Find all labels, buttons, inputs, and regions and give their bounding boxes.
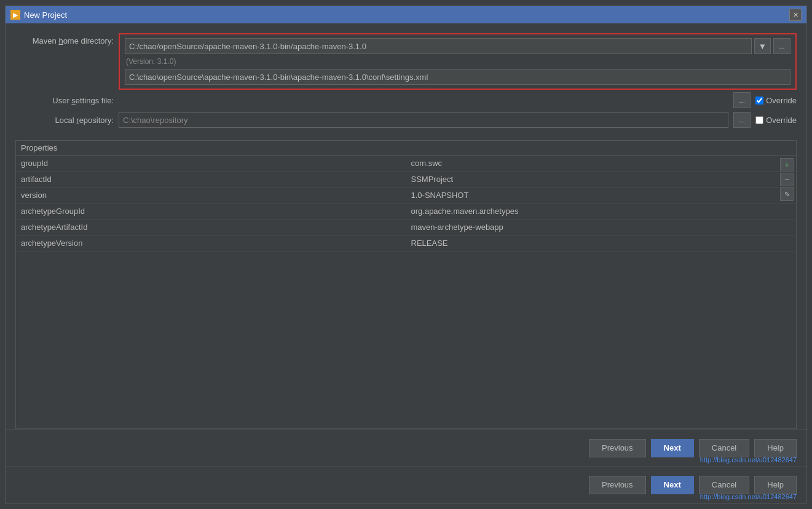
table-row: version1.0-SNAPSHOT	[16, 187, 796, 203]
prop-value: RELEASE	[406, 239, 797, 248]
maven-home-input[interactable]	[125, 38, 752, 54]
table-row: archetypeVersionRELEASE	[16, 235, 796, 251]
local-repo-input[interactable]	[119, 112, 728, 128]
properties-table: groupIdcom.swcartifactIdSSMProjectversio…	[16, 156, 796, 428]
dialog: ▶ New Project ✕ Maven home directory:▼..…	[5, 6, 807, 503]
help-button[interactable]: Help	[754, 476, 797, 494]
previous-button[interactable]: Previous	[589, 476, 646, 494]
table-row: groupIdcom.swc	[16, 156, 796, 172]
footer-link: http://blog.csdn.net/u012482647	[700, 456, 797, 464]
prop-key: artifactId	[16, 175, 406, 184]
prop-key: groupId	[16, 159, 406, 168]
add-property-button[interactable]: +	[780, 158, 794, 172]
help-button[interactable]: Help	[754, 439, 797, 457]
properties-section: PropertiesgroupIdcom.swcartifactIdSSMPro…	[15, 140, 797, 429]
prop-value: com.swc	[406, 159, 797, 168]
cancel-button[interactable]: Cancel	[699, 439, 749, 457]
prop-key: archetypeVersion	[16, 239, 406, 248]
user-settings-override-label: Override	[766, 96, 797, 105]
user-settings-browse-button[interactable]: ...	[733, 92, 751, 108]
prop-key: archetypeGroupId	[16, 207, 406, 216]
maven-home-browse-button[interactable]: ...	[773, 38, 790, 54]
prop-value: 1.0-SNAPSHOT	[406, 191, 797, 200]
next-button[interactable]: Next	[651, 439, 694, 457]
properties-header: Properties	[16, 141, 796, 156]
table-row: artifactIdSSMProject	[16, 172, 796, 187]
title-bar-left: ▶ New Project	[10, 10, 67, 20]
prop-value: SSMProject	[406, 175, 797, 184]
remove-property-button[interactable]: −	[780, 173, 794, 186]
dialog-content: Maven home directory:▼...(Version: 3.1.0…	[6, 23, 806, 429]
prop-key: archetypeArtifactId	[16, 223, 406, 232]
properties-actions: +−✎	[778, 156, 796, 203]
app-icon: ▶	[10, 10, 20, 20]
previous-button[interactable]: Previous	[589, 439, 646, 457]
maven-home-dropdown-button[interactable]: ▼	[754, 38, 771, 54]
close-button[interactable]: ✕	[789, 9, 802, 21]
footer: Previous Next Cancel Help http://blog.cs…	[6, 429, 806, 466]
title-bar: ▶ New Project ✕	[6, 6, 806, 23]
version-text: (Version: 3.1.0)	[125, 57, 790, 66]
local-repo-browse-button[interactable]: ...	[733, 112, 751, 128]
footer-link: http://blog.csdn.net/u012482647	[700, 493, 797, 500]
user-settings-input[interactable]	[125, 69, 790, 85]
user-settings-label: User settings file:	[15, 96, 114, 105]
table-row: archetypeArtifactIdmaven-archetype-webap…	[16, 219, 796, 235]
edit-property-button[interactable]: ✎	[780, 187, 794, 201]
table-row: archetypeGroupIdorg.apache.maven.archety…	[16, 203, 796, 219]
cancel-button[interactable]: Cancel	[699, 476, 749, 494]
maven-home-label: Maven home directory:	[15, 33, 114, 45]
dialog-title: New Project	[24, 10, 67, 20]
local-repo-label: Local repository:	[15, 116, 114, 125]
local-repo-override-label: Override	[766, 116, 797, 125]
local-repo-override-checkbox[interactable]	[755, 116, 763, 124]
user-settings-override-checkbox[interactable]	[755, 97, 763, 105]
next-button[interactable]: Next	[651, 476, 694, 494]
prop-value: maven-archetype-webapp	[406, 223, 797, 232]
footer: PreviousNextCancelHelphttp://blog.csdn.n…	[6, 466, 806, 503]
prop-key: version	[16, 191, 406, 200]
prop-value: org.apache.maven.archetypes	[406, 207, 797, 216]
